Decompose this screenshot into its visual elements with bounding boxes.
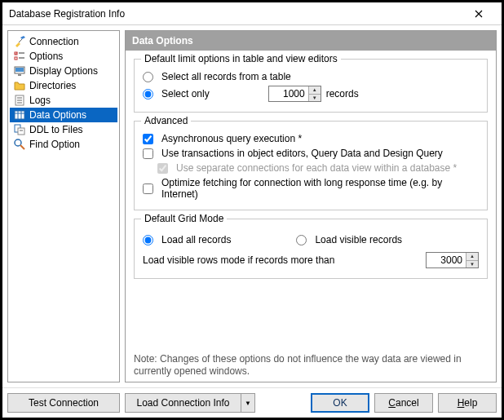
spinner-up[interactable]: ▲	[309, 86, 321, 95]
sidebar-item-options[interactable]: Options	[10, 49, 117, 64]
window-title: Database Registration Info	[9, 8, 462, 20]
main-panel: Data Options Default limit options in ta…	[125, 30, 497, 382]
close-icon	[475, 10, 483, 18]
spinner-down[interactable]: ▼	[466, 261, 478, 268]
svg-rect-6	[15, 68, 24, 72]
rows-threshold-spinner: ▲ ▼	[426, 252, 479, 268]
sidebar-item-label: DDL to Files	[29, 124, 83, 135]
svg-rect-12	[15, 111, 24, 119]
checkbox-optimize-label: Optimize fetching for connection with lo…	[161, 177, 479, 200]
sidebar-item-display-options[interactable]: Display Options	[10, 64, 117, 78]
sidebar: Connection Options Display Options Direc…	[7, 30, 120, 382]
button-label: Load Connection Info	[136, 397, 229, 409]
radio-select-all-label: Select all records from a table	[161, 71, 291, 82]
table-icon	[13, 108, 26, 122]
sidebar-item-directories[interactable]: Directories	[10, 78, 117, 93]
sidebar-item-label: Logs	[29, 95, 51, 106]
button-label: Test Connection	[29, 397, 99, 409]
ok-button[interactable]: OK	[311, 393, 369, 413]
button-label: OK	[333, 397, 347, 409]
spinner-up[interactable]: ▲	[466, 253, 478, 261]
panel-body: Default limit options in table and view …	[126, 51, 496, 382]
logs-icon	[13, 94, 26, 107]
cancel-button[interactable]: Cancel	[374, 393, 433, 413]
button-label: Cancel	[388, 397, 418, 409]
chevron-down-icon: ▼	[245, 400, 251, 407]
checkbox-txn[interactable]	[143, 148, 153, 159]
sidebar-item-label: Display Options	[29, 65, 98, 77]
test-connection-button[interactable]: Test Connection	[7, 393, 120, 413]
sidebar-item-find-option[interactable]: Find Option	[10, 137, 117, 152]
display-icon	[13, 64, 26, 77]
sidebar-item-label: Connection	[29, 36, 79, 47]
panel-header: Data Options	[126, 31, 496, 51]
select-only-suffix: records	[326, 88, 359, 99]
select-only-spinner: ▲ ▼	[268, 86, 321, 102]
footer-note: Note: Changes of these options do not in…	[134, 353, 488, 378]
titlebar: Database Registration Info	[2, 2, 502, 25]
group-default-limit: Default limit options in table and view …	[134, 59, 488, 113]
footer-buttonbar: Test Connection Load Connection Info ▼ O…	[2, 387, 502, 418]
sidebar-item-label: Data Options	[29, 109, 86, 121]
sidebar-item-connection[interactable]: Connection	[10, 34, 117, 49]
checkbox-txn-label: Use transactions in object editors, Quer…	[161, 148, 443, 159]
radio-load-all[interactable]	[143, 235, 153, 245]
checklist-icon	[13, 50, 26, 63]
load-connection-button[interactable]: Load Connection Info	[125, 393, 241, 413]
ddl-icon	[13, 123, 26, 136]
group-title: Advanced	[141, 115, 191, 126]
checkbox-async[interactable]	[143, 134, 153, 144]
sidebar-item-logs[interactable]: Logs	[10, 93, 117, 108]
sidebar-item-data-options[interactable]: Data Options	[10, 108, 117, 122]
radio-load-visible[interactable]	[296, 235, 307, 245]
group-grid-mode: Default Grid Mode Load all records Load …	[134, 219, 488, 279]
radio-select-all[interactable]	[143, 72, 153, 82]
radio-select-only[interactable]	[143, 89, 153, 99]
dialog-window: Database Registration Info Connection Op…	[2, 2, 502, 418]
close-button[interactable]	[462, 4, 495, 24]
help-button[interactable]: Help	[438, 393, 497, 413]
radio-load-all-label: Load all records	[161, 234, 231, 245]
checkbox-async-label: Asynchronous query execution *	[161, 133, 302, 144]
svg-rect-3	[15, 57, 17, 60]
rows-threshold-label: Load visible rows mode if records more t…	[143, 254, 334, 266]
checkbox-separate-conn-label: Use separate connections for each data v…	[176, 162, 457, 174]
checkbox-separate-conn	[157, 163, 168, 174]
rows-threshold-input[interactable]	[427, 253, 466, 267]
body-area: Connection Options Display Options Direc…	[2, 25, 502, 387]
svg-line-20	[20, 145, 24, 149]
load-connection-dropdown[interactable]: ▼	[241, 393, 255, 413]
svg-line-0	[19, 39, 22, 42]
button-label: Help	[458, 397, 478, 409]
search-icon	[13, 138, 26, 151]
spinner-down[interactable]: ▼	[309, 95, 321, 102]
plug-icon	[13, 35, 26, 48]
group-advanced: Advanced Asynchronous query execution * …	[134, 121, 488, 210]
checkbox-optimize[interactable]	[143, 183, 153, 194]
sidebar-item-label: Find Option	[29, 139, 80, 150]
svg-rect-17	[18, 128, 24, 135]
radio-load-visible-label: Load visible records	[315, 234, 402, 245]
load-connection-split-button: Load Connection Info ▼	[125, 393, 255, 413]
svg-rect-7	[18, 74, 21, 76]
sidebar-item-label: Directories	[29, 80, 76, 91]
svg-point-19	[15, 139, 21, 146]
group-title: Default limit options in table and view …	[141, 53, 341, 64]
sidebar-item-ddl-to-files[interactable]: DDL to Files	[10, 122, 117, 137]
group-title: Default Grid Mode	[141, 213, 227, 224]
select-only-input[interactable]	[269, 86, 308, 101]
sidebar-item-label: Options	[29, 51, 63, 62]
radio-select-only-label: Select only	[161, 88, 210, 99]
folder-icon	[13, 79, 26, 92]
